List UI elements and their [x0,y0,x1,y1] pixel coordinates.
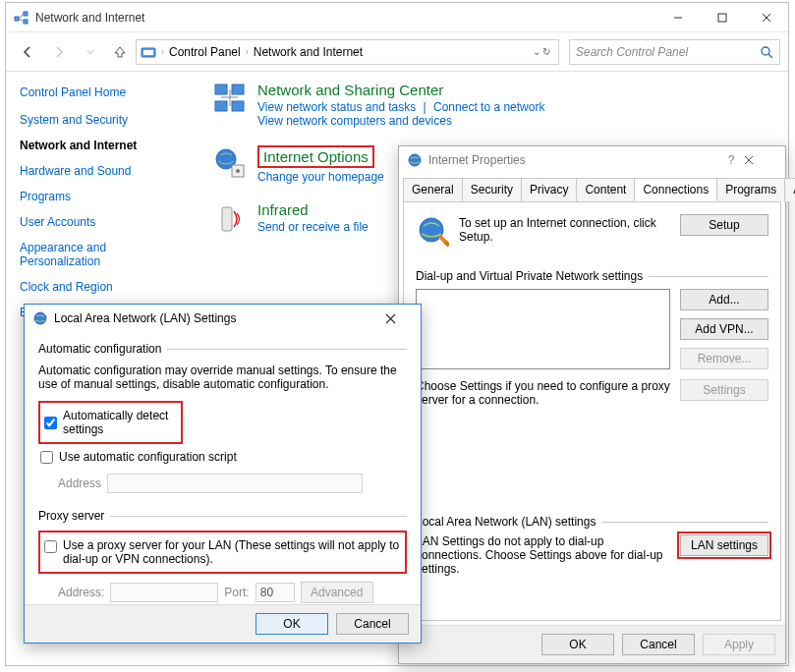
auto-script-label: Use automatic configuration script [59,450,237,464]
svg-point-9 [762,47,769,55]
add-vpn-button[interactable]: Add VPN... [680,318,768,340]
cp-navbar: › Control Panel › Network and Internet ⌄… [6,32,788,72]
svg-rect-8 [143,50,153,55]
internet-options-icon [212,145,248,181]
cancel-button[interactable]: Cancel [622,634,695,655]
breadcrumb-bar[interactable]: › Control Panel › Network and Internet ⌄… [136,39,559,65]
proxy-address-input [110,583,218,602]
close-button[interactable] [744,155,781,165]
auto-address-label: Address [58,476,101,490]
sidebar-item-network-internet[interactable]: Network and Internet [20,139,189,152]
remove-button: Remove... [680,348,768,369]
category-network-sharing: Network and Sharing Center View network … [212,82,778,128]
add-button[interactable]: Add... [680,289,768,310]
control-panel-home-link[interactable]: Control Panel Home [20,85,189,99]
tab-security[interactable]: Security [462,178,522,201]
tab-privacy[interactable]: Privacy [521,178,577,201]
sidebar-item-user-accounts[interactable]: User Accounts [20,215,189,229]
ok-button[interactable]: OK [541,634,614,655]
sidebar-item-appearance[interactable]: Appearance and Personalization [20,241,167,268]
svg-point-19 [236,169,240,173]
lan-footer: OK Cancel [25,604,421,643]
proxy-address-label: Address: [58,586,104,599]
ip-tabs: General Security Privacy Content Connect… [399,174,785,201]
setup-text: To set up an Internet connection, click … [459,214,670,244]
lan-title-text: Local Area Network (LAN) Settings [54,311,236,325]
search-placeholder: Search Control Panel [576,45,688,59]
maximize-button[interactable] [700,4,744,31]
category-title[interactable]: Network and Sharing Center [257,82,443,98]
lan-settings-button[interactable]: LAN settings [680,534,768,556]
link-change-homepage[interactable]: Change your homepage [257,170,384,184]
auto-config-label: Automatic configuration [38,342,161,356]
tab-content[interactable]: Content [576,178,635,201]
auto-script-checkbox[interactable] [40,451,53,464]
link-connect-network[interactable]: Connect to a network [433,100,544,114]
close-button[interactable] [385,313,417,324]
history-dropdown[interactable] [77,38,104,66]
connection-wizard-icon [416,214,449,248]
auto-config-desc: Automatic configuration may override man… [38,364,407,391]
chevron-down-icon[interactable]: ⌄ [533,46,540,57]
auto-detect-label: Automatically detect settings [63,409,177,436]
tab-advanced[interactable]: Advanced [784,178,795,201]
cp-window-title: Network and Internet [35,11,144,25]
network-icon [14,10,29,26]
settings-button: Settings [680,379,768,401]
breadcrumb-current[interactable]: Network and Internet [254,45,363,59]
chevron-right-icon: › [243,47,252,57]
dialup-group-label: Dial-up and Virtual Private Network sett… [416,269,643,283]
up-button[interactable] [108,44,132,60]
proxy-use-label: Use a proxy server for your LAN (These s… [63,538,401,566]
svg-rect-1 [24,12,28,16]
svg-rect-11 [215,84,227,94]
tab-programs[interactable]: Programs [716,178,785,201]
refresh-icon[interactable]: ↻ [542,46,550,57]
lan-text: LAN Settings do not apply to dial-up con… [416,534,670,576]
svg-rect-12 [232,84,244,94]
lan-settings-dialog: Local Area Network (LAN) Settings Automa… [24,304,422,644]
svg-rect-13 [215,101,227,111]
back-button[interactable] [14,38,41,66]
svg-point-21 [409,154,421,166]
svg-point-25 [34,312,46,324]
close-button[interactable] [744,4,788,31]
cancel-button[interactable]: Cancel [336,613,409,635]
link-send-receive-file[interactable]: Send or receive a file [257,220,369,234]
auto-detect-checkbox-row[interactable]: Automatically detect settings [42,407,179,438]
svg-rect-0 [15,17,19,21]
cp-titlebar: Network and Internet [6,3,788,32]
breadcrumb-root[interactable]: Control Panel [169,45,241,59]
link-view-status[interactable]: View network status and tasks [257,100,416,114]
auto-detect-checkbox[interactable] [44,417,57,429]
globe-icon [32,310,48,326]
search-input[interactable]: Search Control Panel [569,39,780,65]
auto-script-checkbox-row[interactable]: Use automatic configuration script [38,448,407,466]
infrared-icon [212,201,248,237]
category-title-internet-options[interactable]: Internet Options [257,145,374,168]
forward-button[interactable] [45,38,73,66]
ok-button[interactable]: OK [256,613,328,635]
help-button[interactable]: ? [718,153,744,167]
sidebar-item-clock-region[interactable]: Clock and Region [20,280,189,294]
tab-connections[interactable]: Connections [634,178,717,201]
proxy-use-checkbox[interactable] [44,540,57,553]
network-sharing-icon [212,82,248,117]
proxy-use-checkbox-row[interactable]: Use a proxy server for your LAN (These s… [42,536,403,568]
setup-button[interactable]: Setup [680,214,768,236]
control-panel-icon [141,44,156,60]
sidebar-item-hardware-sound[interactable]: Hardware and Sound [20,164,189,178]
tab-general[interactable]: General [403,178,463,201]
ip-connections-panel: To set up an Internet connection, click … [403,201,781,621]
svg-rect-14 [232,101,244,111]
category-title-infrared[interactable]: Infrared [257,201,309,218]
dialup-listbox[interactable] [416,289,670,369]
globe-icon [407,152,423,168]
svg-rect-2 [24,20,28,24]
search-icon [760,45,773,59]
auto-address-input [107,474,363,493]
minimize-button[interactable] [655,4,700,31]
sidebar-item-programs[interactable]: Programs [20,190,189,203]
link-view-computers[interactable]: View network computers and devices [257,114,452,128]
sidebar-item-system-security[interactable]: System and Security [20,113,189,127]
